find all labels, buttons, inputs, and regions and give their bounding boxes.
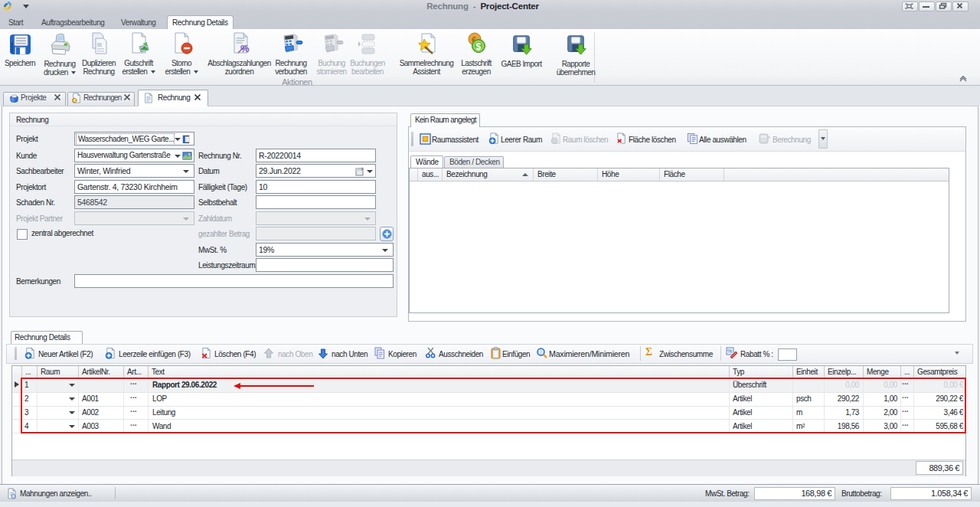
svg-text:%: % [727, 348, 732, 354]
